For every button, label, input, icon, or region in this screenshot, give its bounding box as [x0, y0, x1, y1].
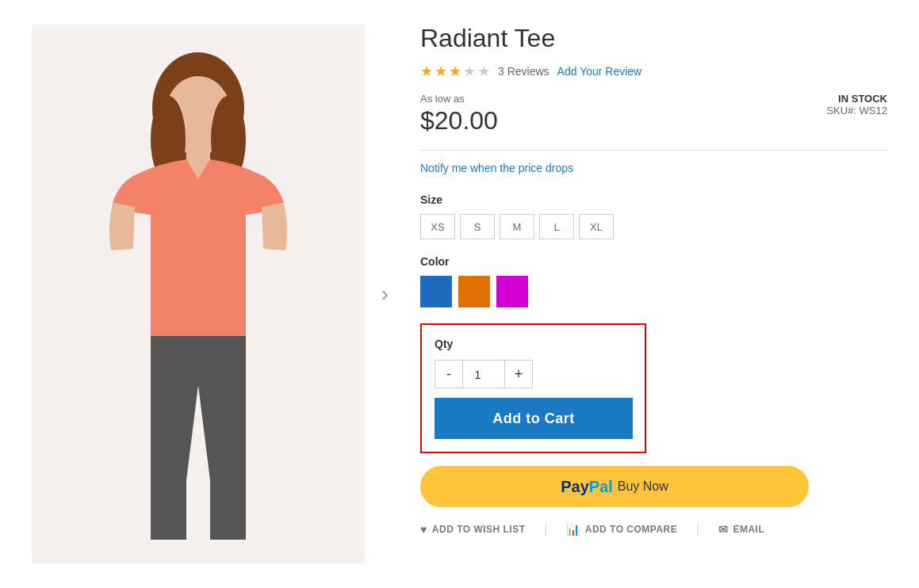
- next-image-arrow[interactable]: ›: [381, 281, 389, 307]
- size-options: XS S M L XL: [420, 214, 887, 239]
- add-to-compare-link[interactable]: 📊 ADD TO COMPARE: [566, 523, 677, 536]
- add-to-compare-label: ADD TO COMPARE: [585, 524, 678, 535]
- star-3: ★: [449, 63, 461, 80]
- product-price: $20.00: [420, 106, 498, 136]
- add-to-wishlist-label: ADD TO WISH LIST: [432, 524, 526, 535]
- star-1: ★: [420, 63, 433, 80]
- qty-label: Qty: [435, 338, 632, 350]
- add-to-cart-button[interactable]: Add to Cart: [435, 398, 633, 439]
- star-2: ★: [435, 63, 447, 80]
- email-link[interactable]: ✉ EMAIL: [718, 523, 764, 536]
- product-title: Radiant Tee: [420, 24, 887, 53]
- rating-row: ★ ★ ★ ★ ★ 3 Reviews Add Your Review: [420, 63, 887, 80]
- color-blue[interactable]: [420, 276, 452, 307]
- product-image: [32, 25, 365, 563]
- sku: SKU#: WS12: [826, 105, 887, 116]
- product-details: Radiant Tee ★ ★ ★ ★ ★ 3 Reviews Add Your…: [396, 16, 919, 572]
- heart-icon: ♥: [420, 523, 427, 536]
- add-to-wishlist-link[interactable]: ♥ ADD TO WISH LIST: [420, 523, 526, 536]
- svg-rect-7: [210, 476, 246, 540]
- size-label: Size: [420, 193, 887, 206]
- color-options: [420, 276, 887, 307]
- paypal-button[interactable]: PayPal Buy Now: [420, 466, 809, 507]
- qty-decrease-button[interactable]: -: [435, 360, 463, 388]
- action-divider-1: |: [545, 523, 548, 536]
- qty-increase-button[interactable]: +: [504, 360, 533, 388]
- size-s[interactable]: S: [460, 214, 495, 239]
- star-rating: ★ ★ ★ ★ ★: [420, 63, 490, 80]
- paypal-logo: PayPal: [561, 478, 613, 496]
- email-icon: ✉: [718, 523, 729, 536]
- price-stock-row: As low as $20.00 IN STOCK SKU#: WS12: [420, 93, 887, 136]
- svg-rect-6: [151, 476, 186, 540]
- star-4: ★: [463, 63, 476, 80]
- star-5: ★: [477, 63, 490, 80]
- color-label: Color: [420, 255, 887, 268]
- size-m[interactable]: M: [500, 214, 534, 239]
- action-divider-2: |: [696, 523, 699, 536]
- size-xs[interactable]: XS: [420, 214, 455, 239]
- color-magenta[interactable]: [496, 276, 528, 307]
- add-review-link[interactable]: Add Your Review: [557, 65, 642, 78]
- notify-price-drop-link[interactable]: Notify me when the price drops: [420, 162, 887, 174]
- stock-status: IN STOCK: [826, 93, 887, 105]
- price-divider: [420, 150, 887, 151]
- compare-icon: 📊: [566, 523, 580, 536]
- sku-label: SKU#:: [826, 105, 856, 116]
- size-l[interactable]: L: [539, 214, 574, 239]
- price-block: As low as $20.00: [420, 93, 498, 136]
- sku-value: WS12: [860, 105, 887, 116]
- bottom-actions: ♥ ADD TO WISH LIST | 📊 ADD TO COMPARE | …: [420, 523, 887, 536]
- email-label: EMAIL: [733, 524, 764, 535]
- color-orange[interactable]: [458, 276, 490, 307]
- stock-block: IN STOCK SKU#: WS12: [826, 93, 887, 116]
- qty-cart-box: Qty - + Add to Cart: [420, 323, 646, 453]
- size-xl[interactable]: XL: [579, 214, 614, 239]
- qty-controls: - +: [435, 360, 632, 388]
- product-image-area: ›: [0, 16, 396, 572]
- product-photo: [56, 36, 341, 552]
- reviews-count: 3 Reviews: [498, 65, 549, 78]
- qty-input[interactable]: [463, 360, 504, 388]
- as-low-as-label: As low as: [420, 93, 498, 105]
- paypal-buy-now-label: Buy Now: [618, 479, 668, 494]
